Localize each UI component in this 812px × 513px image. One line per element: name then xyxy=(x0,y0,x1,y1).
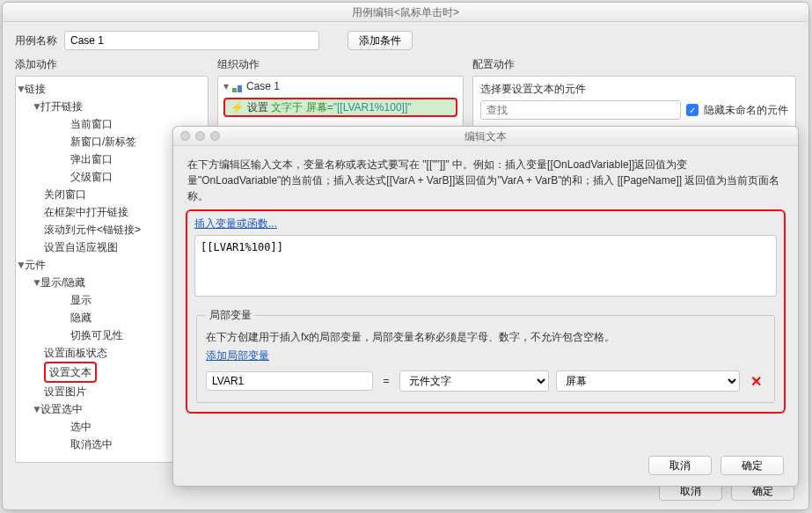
tree-show[interactable]: 显示 xyxy=(70,294,91,306)
edit-text-titlebar: 编辑文本 xyxy=(173,127,798,146)
case-name-label: 用例名称 xyxy=(15,33,57,48)
tree-set-text[interactable]: 设置文本 xyxy=(44,362,97,383)
tree-current-window[interactable]: 当前窗口 xyxy=(70,118,113,130)
hide-unnamed-checkbox[interactable]: ✓ xyxy=(686,104,699,116)
action-text-at: 文字于 xyxy=(271,100,303,115)
tree-open-link[interactable]: 打开链接 xyxy=(40,100,83,113)
case-name-text: Case 1 xyxy=(246,80,280,92)
local-var-target-select[interactable]: 屏幕 xyxy=(556,370,740,392)
tree-parent-window[interactable]: 父级窗口 xyxy=(70,171,113,183)
tree-popup-window[interactable]: 弹出窗口 xyxy=(70,153,113,165)
tree-open-in-frame[interactable]: 在框架中打开链接 xyxy=(44,206,128,218)
action-set-label: 设置 xyxy=(247,100,268,115)
delete-local-var-icon[interactable]: ✕ xyxy=(747,373,765,390)
local-var-name-input[interactable] xyxy=(206,371,373,391)
window-traffic-lights[interactable] xyxy=(180,131,220,141)
add-condition-button[interactable]: 添加条件 xyxy=(347,31,413,50)
action-target: 屏幕 xyxy=(306,100,327,115)
tree-selected[interactable]: 选中 xyxy=(70,421,91,433)
local-var-row: = 元件文字 屏幕 ✕ xyxy=(206,370,765,392)
case-row[interactable]: ▾ Case 1 xyxy=(218,77,463,96)
tree-widget[interactable]: 元件 xyxy=(25,259,46,271)
tree-set-image[interactable]: 设置图片 xyxy=(44,385,86,398)
chevron-down-icon[interactable]: ▼ xyxy=(16,256,25,274)
expression-textarea[interactable]: [[LVAR1%100]] xyxy=(194,235,777,297)
tree-hide[interactable]: 隐藏 xyxy=(70,311,91,324)
tree-toggle-vis[interactable]: 切换可见性 xyxy=(70,329,123,341)
tree-panel-state[interactable]: 设置面板状态 xyxy=(44,347,107,359)
tree-link[interactable]: 链接 xyxy=(25,83,46,95)
case-editor-title: 用例编辑<鼠标单击时> xyxy=(352,6,459,18)
chevron-down-icon[interactable]: ▼ xyxy=(32,400,40,418)
tree-new-window[interactable]: 新窗口/新标签 xyxy=(70,136,136,148)
tree-close-window[interactable]: 关闭窗口 xyxy=(44,188,86,201)
equals-label: = xyxy=(380,375,392,387)
tree-deselect[interactable]: 取消选中 xyxy=(70,438,113,451)
configure-action-label: 配置动作 xyxy=(472,57,796,72)
organize-actions-label: 组织动作 xyxy=(217,57,464,72)
tree-show-hide[interactable]: 显示/隐藏 xyxy=(40,276,85,289)
edit-text-description: 在下方编辑区输入文本，变量名称或表达式要写在 "[[""]]" 中。例如：插入变… xyxy=(186,153,786,208)
case-name-input[interactable] xyxy=(64,31,319,50)
bolt-icon: ⚡ xyxy=(230,101,244,114)
edit-text-window: 编辑文本 在下方编辑区输入文本，变量名称或表达式要写在 "[[""]]" 中。例… xyxy=(172,126,799,487)
tree-set-selected[interactable]: 设置选中 xyxy=(40,403,83,415)
case-editor-titlebar: 用例编辑<鼠标单击时> xyxy=(3,3,808,22)
configure-hint: 选择要设置文本的元件 xyxy=(473,77,795,100)
edit-ok-button[interactable]: 确定 xyxy=(721,456,784,475)
chevron-down-icon[interactable]: ▼ xyxy=(16,80,25,98)
tree-adaptive-view[interactable]: 设置自适应视图 xyxy=(44,241,118,253)
edit-text-title: 编辑文本 xyxy=(465,130,507,143)
action-set-text-row[interactable]: ⚡ 设置 文字于 屏幕 = "[[LVAR1%100]]" xyxy=(223,98,457,117)
chevron-down-icon[interactable]: ▼ xyxy=(32,98,40,115)
add-action-label: 添加动作 xyxy=(15,57,208,72)
local-vars-legend: 局部变量 xyxy=(206,308,255,323)
insert-var-link[interactable]: 插入变量或函数... xyxy=(194,217,277,230)
local-vars-fieldset: 局部变量 在下方创建用于插入fx的局部变量，局部变量名称必须是字母、数字，不允许… xyxy=(196,308,775,403)
case-icon xyxy=(232,82,243,91)
chevron-down-icon[interactable]: ▼ xyxy=(32,274,40,291)
chevron-down-icon[interactable]: ▾ xyxy=(223,80,232,92)
svg-rect-1 xyxy=(238,85,242,92)
add-local-var-link[interactable]: 添加局部变量 xyxy=(206,349,269,362)
action-eq: = xyxy=(327,101,333,114)
expression-highlight-box: 插入变量或函数... [[LVAR1%100]] 局部变量 在下方创建用于插入f… xyxy=(186,209,786,414)
action-value: "[[LVAR1%100]]" xyxy=(333,101,412,114)
hide-unnamed-label: 隐藏未命名的元件 xyxy=(704,103,788,118)
svg-rect-0 xyxy=(232,88,237,92)
local-var-type-select[interactable]: 元件文字 xyxy=(399,370,549,392)
config-search-input[interactable] xyxy=(480,100,681,120)
local-vars-hint: 在下方创建用于插入fx的局部变量，局部变量名称必须是字母、数字，不允许包含空格。 xyxy=(206,330,765,345)
tree-scroll-to[interactable]: 滚动到元件<锚链接> xyxy=(44,224,141,236)
edit-cancel-button[interactable]: 取消 xyxy=(648,456,712,475)
